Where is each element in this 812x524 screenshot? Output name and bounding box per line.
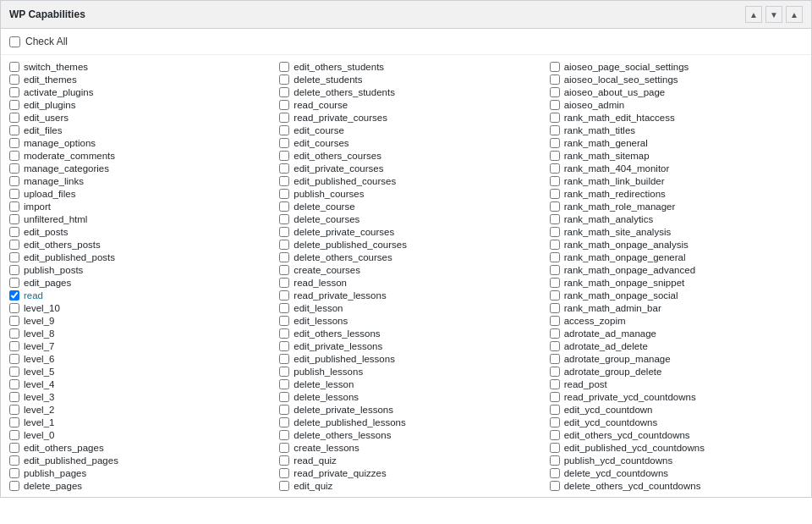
cap-label-delete_ycd_countdowns[interactable]: delete_ycd_countdowns xyxy=(564,468,668,478)
cap-checkbox-adrotate_ad_manage[interactable] xyxy=(550,328,560,339)
cap-label-delete_others_students[interactable]: delete_others_students xyxy=(294,87,395,97)
cap-checkbox-edit_lessons[interactable] xyxy=(279,316,289,326)
cap-checkbox-edit_published_courses[interactable] xyxy=(279,176,289,186)
cap-label-unfiltered_html[interactable]: unfiltered_html xyxy=(24,214,87,224)
cap-label-level_8[interactable]: level_8 xyxy=(24,328,54,339)
cap-checkbox-rank_math_onpage_general[interactable] xyxy=(550,252,560,262)
cap-checkbox-edit_themes[interactable] xyxy=(9,74,19,85)
cap-label-publish_posts[interactable]: publish_posts xyxy=(24,265,83,275)
cap-label-moderate_comments[interactable]: moderate_comments xyxy=(24,151,115,161)
cap-label-publish_lessons[interactable]: publish_lessons xyxy=(294,367,363,377)
cap-label-publish_ycd_countdowns[interactable]: publish_ycd_countdowns xyxy=(564,455,673,466)
cap-label-edit_themes[interactable]: edit_themes xyxy=(24,74,77,85)
cap-checkbox-delete_others_ycd_countdowns[interactable] xyxy=(550,481,560,491)
cap-checkbox-aioseo_about_us_page[interactable] xyxy=(550,87,560,97)
cap-checkbox-read_private_lessons[interactable] xyxy=(279,290,289,301)
cap-checkbox-publish_pages[interactable] xyxy=(9,468,19,478)
cap-checkbox-edit_private_lessons[interactable] xyxy=(279,341,289,351)
cap-checkbox-edit_published_lessons[interactable] xyxy=(279,354,289,364)
cap-checkbox-edit_published_pages[interactable] xyxy=(9,455,19,466)
cap-label-rank_math_general[interactable]: rank_math_general xyxy=(564,138,648,148)
cap-label-rank_math_sitemap[interactable]: rank_math_sitemap xyxy=(564,151,650,161)
cap-checkbox-aioseo_local_seo_settings[interactable] xyxy=(550,74,560,85)
cap-checkbox-rank_math_onpage_analysis[interactable] xyxy=(550,240,560,250)
cap-label-edit_users[interactable]: edit_users xyxy=(24,113,69,123)
cap-label-delete_others_courses[interactable]: delete_others_courses xyxy=(294,252,392,262)
cap-checkbox-edit_files[interactable] xyxy=(9,125,19,135)
cap-label-delete_published_courses[interactable]: delete_published_courses xyxy=(294,240,407,250)
cap-label-level_10[interactable]: level_10 xyxy=(24,303,60,313)
cap-label-delete_others_lessons[interactable]: delete_others_lessons xyxy=(294,430,391,440)
cap-checkbox-level_8[interactable] xyxy=(9,328,19,339)
cap-label-level_1[interactable]: level_1 xyxy=(24,417,54,427)
cap-label-edit_quiz[interactable]: edit_quiz xyxy=(294,481,332,491)
cap-label-edit_others_courses[interactable]: edit_others_courses xyxy=(294,151,381,161)
cap-label-edit_courses[interactable]: edit_courses xyxy=(294,138,348,148)
cap-checkbox-level_2[interactable] xyxy=(9,405,19,415)
cap-label-create_lessons[interactable]: create_lessons xyxy=(294,443,359,453)
cap-checkbox-level_10[interactable] xyxy=(9,303,19,313)
cap-label-access_zopim[interactable]: access_zopim xyxy=(564,316,626,326)
cap-checkbox-aioseo_page_social_settings[interactable] xyxy=(550,62,560,72)
cap-checkbox-read_private_courses[interactable] xyxy=(279,113,289,123)
cap-label-manage_categories[interactable]: manage_categories xyxy=(24,163,109,174)
cap-checkbox-delete_published_courses[interactable] xyxy=(279,240,289,250)
cap-label-edit_private_lessons[interactable]: edit_private_lessons xyxy=(294,341,382,351)
cap-label-edit_lessons[interactable]: edit_lessons xyxy=(294,316,348,326)
cap-label-rank_math_onpage_social[interactable]: rank_math_onpage_social xyxy=(564,290,678,301)
collapse-button[interactable]: ▲ xyxy=(786,6,803,23)
cap-checkbox-read_quiz[interactable] xyxy=(279,455,289,466)
cap-checkbox-publish_ycd_countdowns[interactable] xyxy=(550,455,560,466)
cap-label-edit_ycd_countdowns[interactable]: edit_ycd_countdowns xyxy=(564,417,658,427)
cap-checkbox-unfiltered_html[interactable] xyxy=(9,214,19,224)
cap-checkbox-edit_quiz[interactable] xyxy=(279,481,289,491)
cap-label-edit_plugins[interactable]: edit_plugins xyxy=(24,100,75,110)
cap-label-rank_math_onpage_advanced[interactable]: rank_math_onpage_advanced xyxy=(564,265,695,275)
cap-label-edit_others_lessons[interactable]: edit_others_lessons xyxy=(294,328,380,339)
cap-label-adrotate_ad_delete[interactable]: adrotate_ad_delete xyxy=(564,341,648,351)
cap-label-manage_links[interactable]: manage_links xyxy=(24,176,84,186)
cap-label-read_private_courses[interactable]: read_private_courses xyxy=(294,113,387,123)
cap-checkbox-read_private_ycd_countdowns[interactable] xyxy=(550,392,560,402)
cap-label-edit_others_ycd_countdowns[interactable]: edit_others_ycd_countdowns xyxy=(564,430,690,440)
cap-label-read_private_quizzes[interactable]: read_private_quizzes xyxy=(294,468,386,478)
cap-checkbox-edit_lesson[interactable] xyxy=(279,303,289,313)
cap-label-activate_plugins[interactable]: activate_plugins xyxy=(24,87,93,97)
cap-label-read_quiz[interactable]: read_quiz xyxy=(294,455,337,466)
cap-label-adrotate_group_delete[interactable]: adrotate_group_delete xyxy=(564,367,662,377)
cap-label-read_private_ycd_countdowns[interactable]: read_private_ycd_countdowns xyxy=(564,392,696,402)
cap-checkbox-create_courses[interactable] xyxy=(279,265,289,275)
cap-checkbox-upload_files[interactable] xyxy=(9,189,19,199)
cap-label-read[interactable]: read xyxy=(24,290,43,301)
cap-label-edit_private_courses[interactable]: edit_private_courses xyxy=(294,163,383,174)
cap-label-level_2[interactable]: level_2 xyxy=(24,405,54,415)
cap-checkbox-rank_math_admin_bar[interactable] xyxy=(550,303,560,313)
cap-checkbox-adrotate_group_delete[interactable] xyxy=(550,367,560,377)
cap-label-level_6[interactable]: level_6 xyxy=(24,354,54,364)
cap-label-edit_published_pages[interactable]: edit_published_pages xyxy=(24,455,118,466)
cap-checkbox-delete_private_lessons[interactable] xyxy=(279,405,289,415)
cap-label-rank_math_site_analysis[interactable]: rank_math_site_analysis xyxy=(564,227,672,237)
cap-checkbox-level_4[interactable] xyxy=(9,379,19,389)
cap-checkbox-read_post[interactable] xyxy=(550,379,560,389)
cap-checkbox-edit_ycd_countdown[interactable] xyxy=(550,405,560,415)
cap-label-rank_math_onpage_analysis[interactable]: rank_math_onpage_analysis xyxy=(564,240,689,250)
cap-checkbox-activate_plugins[interactable] xyxy=(9,87,19,97)
cap-label-adrotate_ad_manage[interactable]: adrotate_ad_manage xyxy=(564,328,656,339)
cap-checkbox-rank_math_role_manager[interactable] xyxy=(550,201,560,212)
cap-label-delete_others_ycd_countdowns[interactable]: delete_others_ycd_countdowns xyxy=(564,481,701,491)
cap-label-upload_files[interactable]: upload_files xyxy=(24,189,75,199)
cap-label-create_courses[interactable]: create_courses xyxy=(294,265,360,275)
cap-checkbox-level_3[interactable] xyxy=(9,392,19,402)
expand-up-button[interactable]: ▲ xyxy=(745,6,762,23)
cap-checkbox-edit_pages[interactable] xyxy=(9,278,19,288)
cap-label-level_0[interactable]: level_0 xyxy=(24,430,54,440)
check-all-checkbox[interactable] xyxy=(9,36,20,47)
cap-label-level_7[interactable]: level_7 xyxy=(24,341,54,351)
cap-checkbox-rank_math_onpage_snippet[interactable] xyxy=(550,278,560,288)
cap-checkbox-edit_others_students[interactable] xyxy=(279,62,289,72)
cap-checkbox-level_5[interactable] xyxy=(9,367,19,377)
cap-checkbox-delete_others_courses[interactable] xyxy=(279,252,289,262)
cap-checkbox-edit_others_courses[interactable] xyxy=(279,151,289,161)
cap-label-level_4[interactable]: level_4 xyxy=(24,379,54,389)
